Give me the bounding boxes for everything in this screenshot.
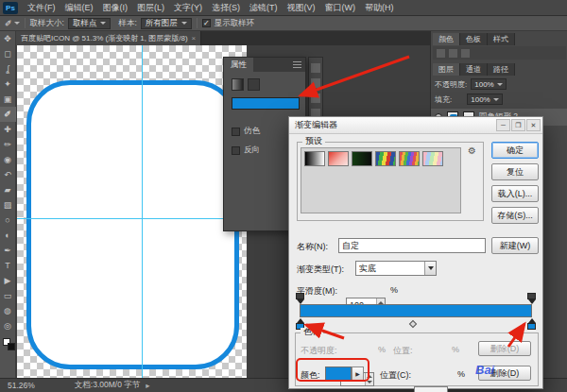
menu-item[interactable]: 窗口(W) [320,2,361,14]
stop-opacity-unit: % [378,345,386,354]
load-button[interactable]: 载入(L)... [491,185,539,202]
gradient-type-dropdown[interactable]: 实底 [355,261,437,276]
gradient-preset-thumbnail[interactable] [304,151,325,166]
tab-properties[interactable]: 属性 [224,58,253,72]
panel-tab[interactable]: 颜色 [433,33,460,45]
eyedropper-tool-icon[interactable]: ✐ [5,19,12,28]
panel-menu-icon[interactable] [293,61,301,68]
tool-icon[interactable]: ʆ [0,61,16,77]
panel-icon[interactable] [311,78,320,88]
tool-icon[interactable]: ▭ [0,288,16,303]
opacity-stop-left[interactable] [296,293,304,304]
canvas[interactable] [17,45,247,378]
close-icon[interactable]: × [192,34,197,43]
panel-tab[interactable]: 色板 [460,33,488,45]
tool-icon[interactable]: ○ [0,213,16,228]
gradient-preset-thumbnail[interactable] [352,151,372,166]
tool-icon[interactable]: ✏ [0,137,16,152]
show-ring-checkbox[interactable]: ✓ [202,19,211,27]
tool-icon[interactable]: ◍ [0,303,16,318]
gear-icon[interactable]: ⚙ [468,145,476,156]
pattern-fill-icon[interactable] [248,78,260,91]
close-icon[interactable]: ✕ [526,119,541,131]
gradient-preset-thumbnail[interactable] [328,151,349,166]
color-swatch-arrow-icon[interactable]: ▶ [352,366,364,381]
menu-item[interactable]: 文字(Y) [169,2,207,14]
layers-panel-tabs: 图层通道路径 [433,63,515,76]
panel-tab[interactable]: 路径 [488,63,515,76]
name-input[interactable]: 自定 [338,238,486,253]
panel-tab[interactable]: 通道 [460,63,488,76]
panel-icon[interactable] [311,94,320,103]
menu-item[interactable]: 选择(S) [207,2,245,14]
color-label: 颜色: [301,369,320,382]
tool-icon[interactable]: ◻ [0,46,16,61]
tool-icon[interactable]: ◎ [0,318,16,333]
chevron-down-icon [181,22,187,25]
new-button[interactable]: 新建(W) [491,237,539,254]
maximize-icon[interactable]: ❐ [511,119,525,131]
sample-size-dropdown[interactable]: 取样点 [68,18,112,29]
menu-item[interactable]: 图像(I) [98,2,133,14]
gradient-preset-thumbnail[interactable] [375,151,396,166]
gradient-type-label: 渐变类型(T): [297,264,344,276]
tool-icon[interactable]: T [0,258,16,273]
document-tab[interactable]: 百度贴吧ICON @ 51.3% (渐变映射 1, 图层蒙版/8) × [16,31,201,45]
tool-icon[interactable]: ✒ [0,243,16,258]
minimize-icon[interactable]: ─ [496,119,510,131]
opacity-dropdown[interactable]: 100% [471,78,506,90]
panel-icon[interactable] [437,49,445,58]
background-color-swatch[interactable] [8,343,15,350]
panel-icon[interactable] [461,49,470,58]
tool-icon[interactable]: ◉ [0,152,16,167]
ok-button[interactable]: 确定 [491,142,539,159]
menu-item[interactable]: 图层(L) [132,2,169,14]
panel-tab[interactable]: 样式 [488,33,515,45]
tool-icon[interactable]: ✥ [0,31,16,46]
midpoint-diamond[interactable] [409,320,417,328]
fill-dropdown[interactable]: 100% [467,94,502,105]
color-swatch[interactable] [325,366,352,381]
panel-icon[interactable] [449,49,457,58]
save-button[interactable]: 存储(S)... [491,207,539,224]
panel-tab[interactable]: 图层 [433,63,460,76]
tool-icon[interactable]: ▰ [0,182,16,197]
menu-item[interactable]: 滤镜(T) [245,2,283,14]
gradient-preset-thumbnail[interactable] [399,151,420,166]
color-stop-right[interactable] [527,318,536,330]
tool-icon[interactable]: ✦ [0,77,16,92]
tool-icon[interactable]: ↶ [0,167,16,182]
gradient-fill-icon[interactable] [232,78,244,91]
menu-item[interactable]: 帮助(H) [360,2,399,14]
menu-item[interactable]: 编辑(E) [60,2,98,14]
dither-checkbox[interactable] [232,128,240,136]
show-ring-label: 显示取样环 [215,18,255,29]
sample-dropdown[interactable]: 所有图层 [141,18,192,29]
delete-opacity-stop-button: 删除(D) [478,341,531,356]
gradient-edit-bar[interactable] [300,304,532,317]
reset-button[interactable]: 复位 [491,163,539,180]
status-expand-icon[interactable]: ▸ [146,381,149,390]
opacity-value: 100% [474,80,493,89]
delete-color-stop-button[interactable]: 删除(D) [478,366,531,381]
color-panel-tabs: 颜色色板样式 [433,33,515,45]
gradient-preview-bar[interactable] [232,97,300,110]
zoom-level[interactable]: 51.26% [8,381,35,390]
tool-icon[interactable]: ▨ [0,197,16,213]
window-buttons: ─ ❐ ✕ [496,119,541,131]
photoshop-logo-icon: Ps [3,2,18,14]
tool-preset-arrow-icon[interactable] [14,22,20,25]
gradient-preset-thumbnail[interactable] [422,151,443,166]
tool-icon[interactable]: ✚ [0,122,16,137]
panel-icon[interactable] [311,63,320,73]
tool-icon[interactable]: ▣ [0,92,16,107]
rounded-rectangle-shape [26,80,239,369]
stop-position-unit: % [452,345,459,354]
reverse-checkbox[interactable] [232,146,240,155]
tool-icon[interactable]: ◐ [0,228,16,243]
tool-icon[interactable]: ▶ [0,273,16,288]
menu-item[interactable]: 视图(V) [283,2,320,14]
menu-item[interactable]: 文件(F) [23,2,60,14]
opacity-stop-right[interactable] [527,293,536,304]
tool-icon[interactable]: ✐ [0,107,16,122]
